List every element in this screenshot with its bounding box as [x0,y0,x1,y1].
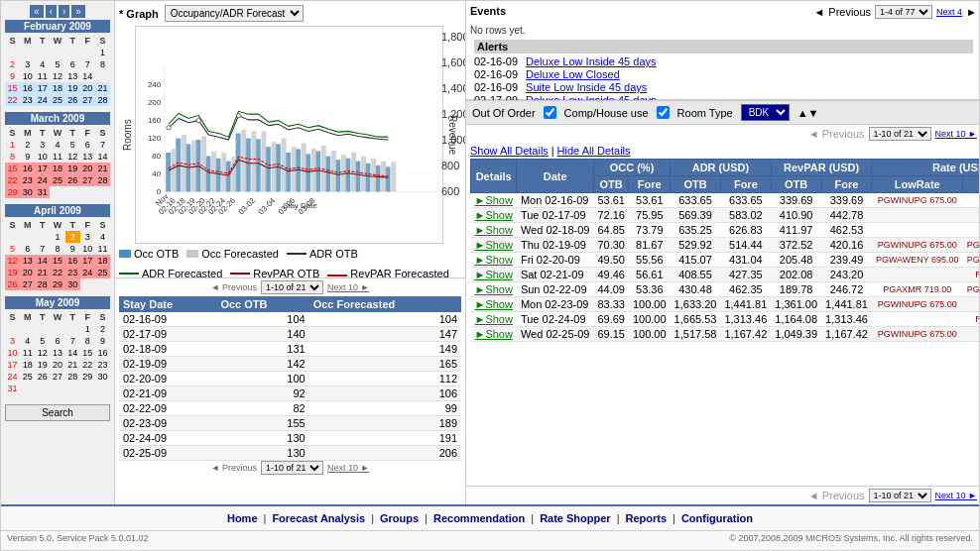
may-d[interactable]: 3 [5,335,20,347]
may-d[interactable]: 21 [65,359,80,371]
apr-d[interactable]: 17 [80,255,95,267]
feb-d[interactable]: 1 [95,47,110,58]
apr-d[interactable]: 25 [95,267,110,278]
may-d[interactable]: 13 [50,347,64,359]
right-next-bottom[interactable]: Next 10 ► [935,491,977,500]
footer-home[interactable]: Home [227,512,258,524]
show-link[interactable]: ►Show [475,269,513,280]
may-d[interactable] [65,323,80,335]
mar-d[interactable]: 21 [95,163,110,174]
mar-d[interactable]: 22 [5,174,20,186]
apr-d[interactable]: 24 [80,267,95,278]
apr-d[interactable]: 10 [80,243,95,255]
alert-link[interactable]: Suite Low Inside 45 days [526,81,647,93]
apr-d[interactable]: 7 [35,243,50,255]
bottom-next-link2[interactable]: Next 10 ► [327,463,369,473]
feb-d[interactable]: 10 [20,70,35,82]
footer-forecast[interactable]: Forecast Analysis [272,512,365,524]
alert-link[interactable]: Deluxe Low Closed [526,68,620,80]
feb-d[interactable]: 16 [20,82,35,94]
mar-d[interactable]: 6 [80,139,95,151]
mar-d[interactable]: 20 [80,163,95,174]
may-d[interactable]: 7 [65,335,80,347]
apr-d[interactable]: 20 [20,267,35,278]
show-link[interactable]: ►Show [475,283,513,295]
mar-d[interactable]: 23 [20,174,35,186]
may-d[interactable]: 28 [65,371,80,383]
mar-d[interactable]: 27 [80,174,95,186]
may-d[interactable] [50,323,64,335]
search-button[interactable]: Search [5,404,110,421]
show-link[interactable]: ►Show [475,239,513,251]
feb-d[interactable]: 2 [5,58,20,70]
may-d[interactable] [35,323,50,335]
feb-d[interactable] [5,47,20,58]
bottom-page-select2[interactable]: 1-10 of 21 [261,461,323,475]
feb-d[interactable]: 20 [80,82,95,94]
feb-d[interactable]: 17 [35,82,50,94]
may-d[interactable]: 11 [20,347,35,359]
apr-d[interactable]: 30 [65,278,80,290]
may-d[interactable]: 9 [95,335,110,347]
apr-d[interactable]: 11 [95,243,110,255]
may-d[interactable]: 5 [35,335,50,347]
apr-d[interactable]: 28 [35,278,50,290]
footer-configuration[interactable]: Configuration [681,512,753,524]
mar-d[interactable]: 8 [5,151,20,163]
apr-d[interactable]: 21 [35,267,50,278]
mar-d[interactable]: 10 [35,151,50,163]
may-d[interactable]: 4 [20,335,35,347]
right-page-select[interactable]: 1-10 of 21 [869,127,931,141]
next-next-arrow[interactable]: » [71,5,85,18]
may-d[interactable]: 1 [80,323,95,335]
feb-d[interactable]: 19 [65,82,80,94]
may-d[interactable]: 15 [80,347,95,359]
may-d[interactable]: 17 [5,359,20,371]
may-d[interactable] [5,323,20,335]
may-d[interactable]: 6 [50,335,64,347]
may-d[interactable]: 19 [35,359,50,371]
apr-d[interactable]: 16 [65,255,80,267]
mar-d[interactable]: 4 [50,139,64,151]
mar-d[interactable]: 9 [20,151,35,163]
out-of-order-checkbox[interactable] [544,106,556,119]
apr-d[interactable]: 8 [50,243,64,255]
mar-d[interactable]: 19 [65,163,80,174]
feb-d[interactable]: 8 [95,58,110,70]
feb-d[interactable]: 25 [50,94,64,106]
feb-d[interactable]: 22 [5,94,20,106]
footer-groups[interactable]: Groups [380,512,419,524]
apr-d[interactable] [35,231,50,243]
apr-d[interactable]: 12 [5,255,20,267]
apr-d[interactable] [5,231,20,243]
feb-d[interactable] [35,47,50,58]
mar-d[interactable]: 11 [50,151,64,163]
apr-d[interactable]: 22 [50,267,64,278]
show-all-link[interactable]: Show All Details [470,145,549,157]
apr-d[interactable] [20,231,35,243]
bottom-next-link[interactable]: Next 10 ► [327,282,369,292]
apr-d[interactable] [80,278,95,290]
mar-d[interactable] [95,186,110,198]
show-link[interactable]: ►Show [475,254,513,266]
may-d[interactable]: 31 [5,383,20,394]
footer-recommendation[interactable]: Recommendation [433,512,525,524]
feb-d[interactable]: 14 [80,70,95,82]
feb-d[interactable] [50,47,64,58]
apr-d[interactable]: 15 [50,255,64,267]
may-d[interactable]: 18 [20,359,35,371]
feb-d[interactable]: 7 [80,58,95,70]
feb-d[interactable] [95,70,110,82]
alert-link[interactable]: Deluxe Low Inside 45 days [526,55,656,67]
feb-d[interactable]: 26 [65,94,80,106]
apr-d[interactable]: 27 [20,278,35,290]
apr-d[interactable]: 6 [20,243,35,255]
show-link[interactable]: ►Show [475,224,513,236]
prev-prev-arrow[interactable]: « [30,5,44,18]
may-d[interactable]: 26 [35,371,50,383]
footer-reports[interactable]: Reports [626,512,668,524]
bottom-page-select[interactable]: 1-10 of 21 [261,280,323,294]
mar-d[interactable]: 5 [65,139,80,151]
feb-d[interactable]: 5 [50,58,64,70]
mar-d[interactable]: 18 [50,163,64,174]
